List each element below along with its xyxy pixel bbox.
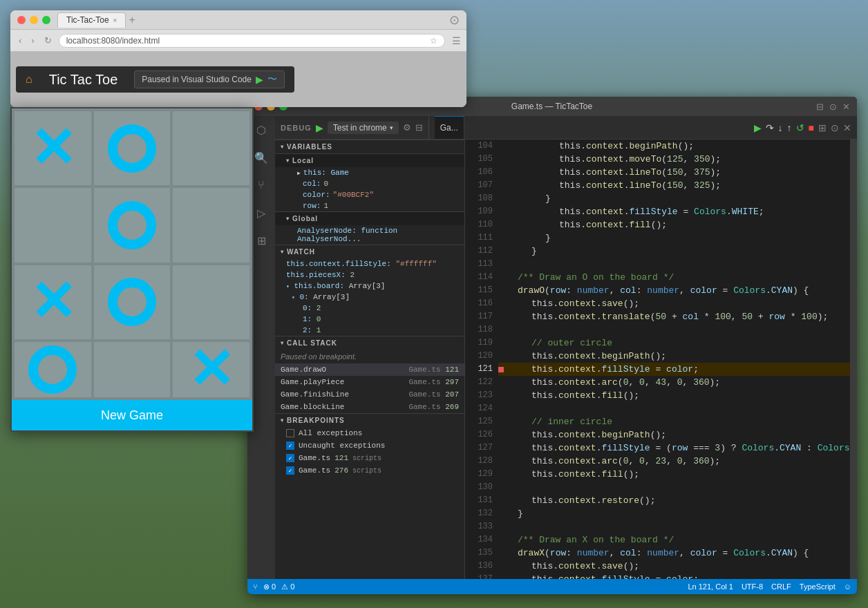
- game-cell-2-1[interactable]: [94, 265, 171, 339]
- callstack-item-blockline[interactable]: Game.blockLine Game.ts 269: [275, 401, 464, 413]
- debug-gear-icon[interactable]: ⚙: [403, 122, 411, 133]
- callstack-label: CALL STACK: [287, 339, 337, 347]
- callstack-item-finishline[interactable]: Game.finishLine Game.ts 207: [275, 388, 464, 401]
- activity-search-icon[interactable]: 🔍: [253, 149, 270, 166]
- debug-restart-btn[interactable]: ↺: [796, 122, 804, 133]
- callstack-item-playpiece[interactable]: Game.playPiece Game.ts 297: [275, 376, 464, 388]
- browser-max-btn[interactable]: [42, 16, 50, 24]
- debug-wave-icon[interactable]: 〜: [267, 73, 277, 86]
- status-warnings[interactable]: ⚠ 0: [281, 582, 294, 591]
- callstack-name-blockline: Game.blockLine: [281, 403, 344, 411]
- debug-continue-btn[interactable]: ▶: [754, 122, 762, 133]
- game-cell-3-0[interactable]: [15, 342, 91, 397]
- breakpoints-section-header[interactable]: ▾ BREAKPOINTS: [275, 413, 464, 427]
- status-eol[interactable]: CRLF: [771, 582, 791, 591]
- debug-config-dropdown[interactable]: Test in chrome ▾: [328, 122, 399, 134]
- debug-stop-btn[interactable]: ■: [809, 122, 814, 133]
- new-game-button[interactable]: New Game: [101, 408, 163, 423]
- bp-game-276-file: Game.ts: [299, 466, 330, 475]
- debug-step-into-btn[interactable]: ↓: [778, 122, 783, 133]
- local-section-header[interactable]: ▾ Local: [275, 153, 464, 167]
- debug-run-button[interactable]: ▶: [316, 122, 323, 133]
- watch-section-header[interactable]: ▾ WATCH: [275, 245, 464, 258]
- activity-debug-icon[interactable]: ▷: [253, 205, 270, 221]
- close-editor-btn[interactable]: ✕: [843, 122, 851, 133]
- game-cell-1-1[interactable]: [94, 188, 171, 262]
- bookmark-icon[interactable]: ☆: [430, 36, 437, 46]
- back-button[interactable]: ‹: [16, 34, 24, 47]
- person-icon[interactable]: ⊙: [829, 102, 837, 112]
- vscode-window: Game.ts — TicTacToe ⊟ ⊙ ✕ ⬡ 🔍 ⑂ ▷ ⊞ DEBU…: [247, 97, 857, 594]
- bp-game-121-checkbox[interactable]: ✓: [286, 454, 294, 462]
- variables-label: VARIABLES: [287, 143, 332, 151]
- debug-step-out-btn[interactable]: ↑: [787, 122, 792, 133]
- debug-config-label: Test in chrome: [333, 123, 387, 133]
- callstack-section-header[interactable]: ▾ CALL STACK: [275, 336, 464, 350]
- editor-tab-bar: Ga... ▶ ↷ ↓ ↑ ↺ ■: [429, 116, 857, 139]
- breakpoints-label: BREAKPOINTS: [287, 417, 345, 424]
- debug-play-icon[interactable]: ▶: [256, 74, 263, 85]
- new-tab-button[interactable]: +: [129, 14, 135, 26]
- status-language[interactable]: TypeScript: [800, 582, 836, 591]
- browser-tab[interactable]: Tic-Tac-Toe ×: [57, 12, 126, 28]
- global-section-header[interactable]: ▾ Global: [275, 211, 464, 225]
- bp-game-276-line: 276: [334, 466, 348, 475]
- url-text: localhost:8080/index.html: [66, 36, 160, 46]
- game-cell-0-1[interactable]: [94, 111, 171, 185]
- browser-min-btn[interactable]: [30, 16, 38, 24]
- game-cell-2-0[interactable]: ✕: [15, 265, 91, 339]
- bp-uncaught-checkbox[interactable]: ✓: [286, 441, 294, 450]
- code-line-106: this.context.lineTo(150, 375);: [498, 166, 850, 179]
- activity-git-icon[interactable]: ⑂: [253, 177, 270, 193]
- debug-step-over-btn[interactable]: ↷: [766, 122, 774, 133]
- paused-on-breakpoint: Paused on breakpoint.: [275, 350, 464, 363]
- debug-split-icon[interactable]: ⊟: [415, 122, 423, 133]
- browser-tab-close[interactable]: ×: [113, 17, 117, 24]
- code-line-110: this.context.fill();: [498, 218, 850, 231]
- game-cell-2-2[interactable]: [173, 265, 249, 339]
- status-left: ⑂ ⊗ 0 ⚠ 0: [253, 582, 294, 591]
- analyser-text: AnalyserNode: function AnalyserNod...: [297, 227, 459, 243]
- variables-section-header[interactable]: ▾ VARIABLES: [275, 140, 464, 153]
- game-cell-1-0[interactable]: [15, 188, 91, 262]
- browser-profile-icon[interactable]: ⊙: [449, 12, 460, 28]
- game-cell-3-1[interactable]: ▶: [94, 342, 171, 397]
- close-vscode-icon[interactable]: ✕: [842, 102, 850, 112]
- address-bar[interactable]: localhost:8080/index.html ☆: [59, 34, 445, 48]
- callstack-name-finishline: Game.finishLine: [281, 390, 349, 399]
- status-line-col[interactable]: Ln 121, Col 1: [688, 582, 733, 591]
- code-line-125: // inner circle: [498, 415, 850, 428]
- var-col: col: 0: [275, 178, 464, 189]
- layout-btn[interactable]: ⊞: [818, 122, 827, 133]
- game-cell-3-2[interactable]: ✕: [173, 342, 249, 397]
- browser-window: Tic-Tac-Toe × + ⊙ ‹ › ↻ localhost:8080/i…: [10, 10, 466, 107]
- game-cell-0-0[interactable]: ✕: [15, 111, 91, 185]
- code-line-127: this.context.fillStyle = (row === 3) ? C…: [498, 441, 850, 455]
- person-btn[interactable]: ⊙: [831, 122, 839, 133]
- status-errors[interactable]: ⊗ 0: [263, 582, 276, 591]
- bp-game-276-checkbox[interactable]: ✓: [286, 466, 294, 475]
- editor-scrollbar[interactable]: [850, 140, 857, 594]
- game-cell-1-2[interactable]: [173, 188, 249, 262]
- vscode-title-actions: ⊟ ⊙ ✕: [816, 102, 850, 112]
- browser-close-btn[interactable]: [17, 16, 26, 24]
- callstack-file-playpiece: Game.ts 297: [408, 378, 459, 386]
- home-icon: ⌂: [26, 73, 32, 86]
- status-smiley-icon: ☺: [844, 582, 851, 591]
- callstack-item-drawo[interactable]: Game.drawO Game.ts 121: [275, 363, 464, 376]
- watch-board: ▾ this.board: Array[3]: [275, 281, 464, 292]
- refresh-button[interactable]: ↻: [41, 34, 55, 47]
- forward-button[interactable]: ›: [28, 34, 37, 47]
- activity-extensions-icon[interactable]: ⊞: [253, 232, 270, 249]
- debug-sidebar: ▾ VARIABLES ▾ Local ▶ this: Game col: 0: [275, 140, 465, 594]
- bp-all-exceptions-checkbox[interactable]: [286, 429, 294, 437]
- split-editor-icon[interactable]: ⊟: [816, 102, 824, 112]
- browser-menu-icon[interactable]: ☰: [452, 35, 461, 46]
- activity-files-icon[interactable]: ⬡: [253, 122, 270, 138]
- game-cell-0-2[interactable]: [173, 111, 249, 185]
- status-encoding[interactable]: UTF-8: [742, 582, 763, 591]
- editor-tab-game[interactable]: Ga...: [435, 116, 464, 139]
- this-arrow-icon[interactable]: ▶: [297, 170, 301, 176]
- code-line-115: drawO(row: number, col: number, color = …: [498, 284, 850, 297]
- o-mark-2: [108, 278, 156, 326]
